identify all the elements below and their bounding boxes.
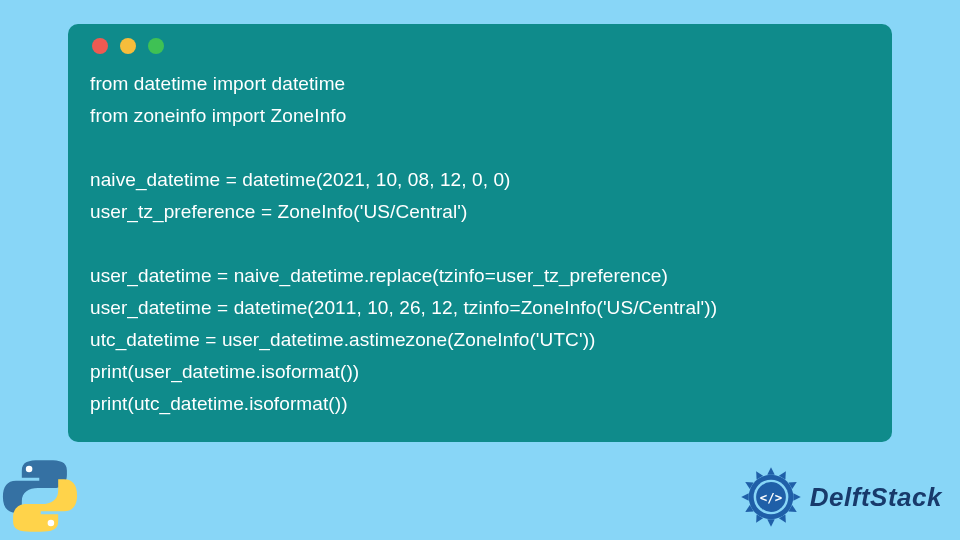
svg-marker-11 <box>741 493 748 500</box>
svg-marker-2 <box>767 467 774 474</box>
minimize-icon <box>120 38 136 54</box>
svg-point-0 <box>26 466 33 473</box>
brand: </> DelftStack <box>740 466 942 528</box>
svg-marker-8 <box>767 519 774 526</box>
brand-name: DelftStack <box>810 482 942 513</box>
code-window: from datetime import datetime from zonei… <box>68 24 892 442</box>
svg-marker-5 <box>793 493 800 500</box>
code-block: from datetime import datetime from zonei… <box>90 68 870 420</box>
svg-text:</>: </> <box>760 490 782 505</box>
close-icon <box>92 38 108 54</box>
svg-point-1 <box>48 520 55 527</box>
python-logo-icon <box>0 456 80 536</box>
maximize-icon <box>148 38 164 54</box>
window-traffic-lights <box>90 38 870 54</box>
brand-gear-icon: </> <box>740 466 802 528</box>
